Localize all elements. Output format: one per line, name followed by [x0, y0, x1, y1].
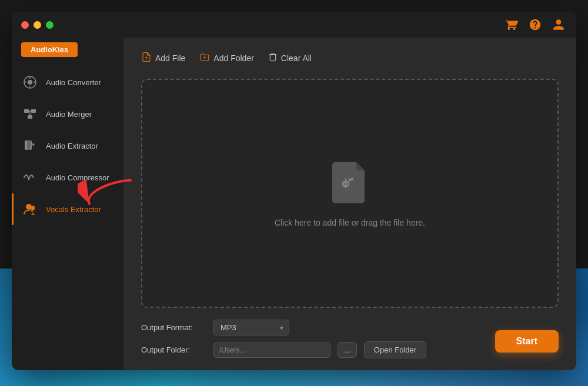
svg-rect-6 — [27, 140, 31, 150]
clear-all-label: Clear All — [281, 53, 312, 63]
format-select[interactable]: MP3 WAV FLAC AAC OGG — [213, 320, 289, 335]
main-content: Add File Add Folder — [123, 38, 576, 370]
help-icon[interactable] — [527, 16, 543, 33]
add-folder-button[interactable]: Add Folder — [199, 49, 253, 67]
clear-all-button[interactable]: Clear All — [268, 49, 312, 67]
svg-point-7 — [26, 204, 32, 210]
sidebar-label-audio-extractor: Audio Extractor — [46, 142, 98, 150]
start-button[interactable]: Start — [495, 330, 559, 353]
sidebar-label-audio-compressor: Audio Compressor — [46, 173, 109, 182]
output-folder-label: Output Folder: — [141, 345, 206, 354]
format-select-wrapper[interactable]: MP3 WAV FLAC AAC OGG — [213, 320, 289, 335]
add-file-icon — [141, 52, 152, 65]
audio-extractor-icon — [21, 137, 39, 155]
sidebar-label-audio-converter: Audio Converter — [46, 78, 101, 87]
app-body: AudioKies Audio Converter — [12, 38, 576, 370]
traffic-lights — [21, 21, 54, 29]
output-format-label: Output Format: — [141, 323, 206, 332]
add-file-label: Add File — [155, 53, 185, 63]
open-folder-button[interactable]: Open Folder — [364, 341, 426, 358]
add-folder-label: Add Folder — [213, 53, 253, 63]
audio-merger-icon — [21, 105, 39, 123]
sidebar-item-audio-merger[interactable]: Audio Merger — [12, 98, 123, 130]
brand-tab[interactable]: AudioKies — [21, 42, 78, 57]
clear-all-icon — [268, 52, 278, 65]
sidebar-label-vocals-extractor: Vocals Extractor — [46, 205, 101, 214]
drop-zone-text: Click here to add file or drag the file … — [275, 218, 425, 227]
svg-rect-4 — [28, 115, 32, 119]
browse-button[interactable]: ... — [338, 342, 357, 358]
sidebar-label-audio-merger: Audio Merger — [46, 110, 92, 119]
vocals-extractor-icon — [21, 200, 39, 218]
close-button[interactable] — [21, 21, 29, 29]
sidebar-item-audio-converter[interactable]: Audio Converter — [12, 66, 123, 98]
sidebar-item-vocals-extractor[interactable]: Vocals Extractor — [12, 193, 123, 225]
app-window: AudioKies Audio Converter — [12, 12, 576, 370]
toolbar: Add File Add Folder — [141, 49, 559, 67]
folder-input[interactable] — [213, 343, 330, 358]
add-folder-icon — [199, 52, 210, 65]
music-file-icon — [329, 159, 370, 209]
cart-icon[interactable] — [503, 16, 520, 33]
title-bar — [12, 12, 576, 38]
svg-rect-3 — [31, 109, 36, 113]
sidebar-item-audio-extractor[interactable]: Audio Extractor — [12, 130, 123, 162]
maximize-button[interactable] — [46, 21, 54, 29]
minimize-button[interactable] — [34, 21, 41, 29]
drop-zone[interactable]: Click here to add file or drag the file … — [141, 79, 559, 308]
audio-compressor-icon — [21, 169, 39, 186]
user-icon[interactable] — [550, 16, 567, 33]
add-file-button[interactable]: Add File — [141, 49, 185, 67]
svg-rect-2 — [24, 109, 29, 113]
sidebar-item-audio-compressor[interactable]: Audio Compressor — [12, 162, 123, 193]
audio-converter-icon — [21, 73, 39, 91]
sidebar: AudioKies Audio Converter — [12, 38, 123, 370]
title-bar-actions — [503, 16, 567, 33]
svg-point-1 — [28, 80, 32, 85]
